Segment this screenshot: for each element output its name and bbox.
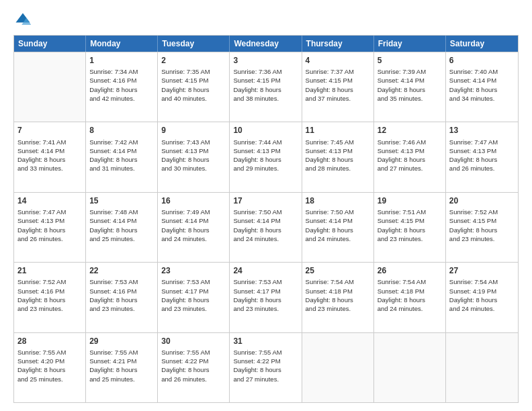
day-info: Sunrise: 7:54 AM Sunset: 4:19 PM Dayligh… (449, 277, 515, 313)
table-row: 4Sunrise: 7:37 AM Sunset: 4:15 PM Daylig… (302, 52, 374, 122)
day-number: 2 (161, 55, 226, 66)
day-number: 19 (378, 195, 442, 206)
header-day-wednesday: Wednesday (230, 36, 302, 52)
table-row: 2Sunrise: 7:35 AM Sunset: 4:15 PM Daylig… (158, 52, 230, 122)
table-row: 11Sunrise: 7:45 AM Sunset: 4:13 PM Dayli… (302, 122, 374, 191)
calendar-week-2: 7Sunrise: 7:41 AM Sunset: 4:14 PM Daylig… (14, 122, 518, 191)
day-number: 24 (233, 265, 298, 276)
table-row: 27Sunrise: 7:54 AM Sunset: 4:19 PM Dayli… (446, 263, 518, 332)
table-row: 30Sunrise: 7:55 AM Sunset: 4:22 PM Dayli… (158, 333, 230, 402)
table-row: 14Sunrise: 7:47 AM Sunset: 4:13 PM Dayli… (14, 193, 86, 262)
calendar-header: SundayMondayTuesdayWednesdayThursdayFrid… (14, 36, 518, 52)
day-number: 23 (161, 265, 226, 276)
table-row: 5Sunrise: 7:39 AM Sunset: 4:14 PM Daylig… (374, 52, 446, 122)
day-number: 27 (449, 265, 515, 276)
day-info: Sunrise: 7:51 AM Sunset: 4:15 PM Dayligh… (378, 208, 442, 243)
table-row: 29Sunrise: 7:55 AM Sunset: 4:21 PM Dayli… (86, 333, 158, 402)
table-row: 13Sunrise: 7:47 AM Sunset: 4:13 PM Dayli… (446, 122, 518, 191)
table-row: 12Sunrise: 7:46 AM Sunset: 4:13 PM Dayli… (374, 122, 446, 191)
table-row: 20Sunrise: 7:52 AM Sunset: 4:15 PM Dayli… (446, 193, 518, 262)
day-info: Sunrise: 7:39 AM Sunset: 4:14 PM Dayligh… (378, 67, 442, 103)
header-day-tuesday: Tuesday (158, 36, 230, 52)
header-day-friday: Friday (374, 36, 446, 52)
day-number: 31 (233, 336, 298, 347)
day-info: Sunrise: 7:55 AM Sunset: 4:22 PM Dayligh… (161, 348, 226, 383)
day-info: Sunrise: 7:34 AM Sunset: 4:16 PM Dayligh… (89, 67, 154, 103)
logo-icon (13, 11, 32, 30)
day-number: 30 (161, 336, 226, 347)
day-number: 26 (378, 265, 442, 276)
day-info: Sunrise: 7:42 AM Sunset: 4:14 PM Dayligh… (89, 138, 154, 173)
day-number: 13 (449, 125, 515, 136)
day-info: Sunrise: 7:50 AM Sunset: 4:14 PM Dayligh… (233, 208, 298, 243)
calendar-week-5: 28Sunrise: 7:55 AM Sunset: 4:20 PM Dayli… (14, 332, 518, 402)
day-info: Sunrise: 7:54 AM Sunset: 4:18 PM Dayligh… (378, 277, 442, 313)
day-number: 15 (89, 195, 154, 206)
day-info: Sunrise: 7:44 AM Sunset: 4:13 PM Dayligh… (233, 138, 298, 173)
table-row: 26Sunrise: 7:54 AM Sunset: 4:18 PM Dayli… (374, 263, 446, 332)
logo (13, 11, 35, 30)
day-number: 8 (89, 125, 154, 136)
day-info: Sunrise: 7:40 AM Sunset: 4:14 PM Dayligh… (449, 67, 515, 103)
day-number: 10 (233, 125, 298, 136)
calendar-week-1: 1Sunrise: 7:34 AM Sunset: 4:16 PM Daylig… (14, 52, 518, 122)
day-info: Sunrise: 7:53 AM Sunset: 4:17 PM Dayligh… (161, 277, 226, 313)
header-day-thursday: Thursday (302, 36, 374, 52)
day-info: Sunrise: 7:49 AM Sunset: 4:14 PM Dayligh… (161, 208, 226, 243)
day-number: 28 (17, 336, 82, 347)
table-row: 28Sunrise: 7:55 AM Sunset: 4:20 PM Dayli… (14, 333, 86, 402)
day-info: Sunrise: 7:52 AM Sunset: 4:15 PM Dayligh… (449, 208, 515, 243)
table-row: 7Sunrise: 7:41 AM Sunset: 4:14 PM Daylig… (14, 122, 86, 191)
calendar-week-3: 14Sunrise: 7:47 AM Sunset: 4:13 PM Dayli… (14, 192, 518, 262)
table-row (374, 333, 446, 402)
header-day-saturday: Saturday (446, 36, 518, 52)
page: SundayMondayTuesdayWednesdayThursdayFrid… (0, 0, 532, 411)
header-day-monday: Monday (86, 36, 158, 52)
day-info: Sunrise: 7:47 AM Sunset: 4:13 PM Dayligh… (17, 208, 82, 243)
table-row: 15Sunrise: 7:48 AM Sunset: 4:14 PM Dayli… (86, 193, 158, 262)
day-number: 7 (17, 125, 82, 136)
day-info: Sunrise: 7:55 AM Sunset: 4:22 PM Dayligh… (233, 348, 298, 383)
day-info: Sunrise: 7:36 AM Sunset: 4:15 PM Dayligh… (233, 67, 298, 103)
day-number: 6 (449, 55, 515, 66)
day-number: 12 (378, 125, 442, 136)
calendar: SundayMondayTuesdayWednesdayThursdayFrid… (13, 35, 519, 403)
day-number: 18 (306, 195, 370, 206)
table-row (446, 333, 518, 402)
header (13, 11, 519, 30)
table-row: 18Sunrise: 7:50 AM Sunset: 4:14 PM Dayli… (302, 193, 374, 262)
table-row: 19Sunrise: 7:51 AM Sunset: 4:15 PM Dayli… (374, 193, 446, 262)
table-row: 16Sunrise: 7:49 AM Sunset: 4:14 PM Dayli… (158, 193, 230, 262)
day-info: Sunrise: 7:47 AM Sunset: 4:13 PM Dayligh… (449, 138, 515, 173)
table-row (14, 52, 86, 122)
header-day-sunday: Sunday (14, 36, 86, 52)
day-number: 4 (306, 55, 370, 66)
day-number: 20 (449, 195, 515, 206)
table-row (302, 333, 374, 402)
table-row: 24Sunrise: 7:53 AM Sunset: 4:17 PM Dayli… (230, 263, 302, 332)
day-info: Sunrise: 7:41 AM Sunset: 4:14 PM Dayligh… (17, 138, 82, 173)
day-info: Sunrise: 7:45 AM Sunset: 4:13 PM Dayligh… (306, 138, 370, 173)
day-number: 11 (306, 125, 370, 136)
day-info: Sunrise: 7:50 AM Sunset: 4:14 PM Dayligh… (306, 208, 370, 243)
day-number: 25 (306, 265, 370, 276)
day-info: Sunrise: 7:52 AM Sunset: 4:16 PM Dayligh… (17, 277, 82, 313)
table-row: 1Sunrise: 7:34 AM Sunset: 4:16 PM Daylig… (86, 52, 158, 122)
day-number: 29 (89, 336, 154, 347)
day-number: 14 (17, 195, 82, 206)
table-row: 23Sunrise: 7:53 AM Sunset: 4:17 PM Dayli… (158, 263, 230, 332)
day-number: 21 (17, 265, 82, 276)
table-row: 6Sunrise: 7:40 AM Sunset: 4:14 PM Daylig… (446, 52, 518, 122)
day-info: Sunrise: 7:53 AM Sunset: 4:16 PM Dayligh… (89, 277, 154, 313)
day-info: Sunrise: 7:55 AM Sunset: 4:21 PM Dayligh… (89, 348, 154, 383)
table-row: 10Sunrise: 7:44 AM Sunset: 4:13 PM Dayli… (230, 122, 302, 191)
day-info: Sunrise: 7:35 AM Sunset: 4:15 PM Dayligh… (161, 67, 226, 103)
day-info: Sunrise: 7:55 AM Sunset: 4:20 PM Dayligh… (17, 348, 82, 383)
table-row: 9Sunrise: 7:43 AM Sunset: 4:13 PM Daylig… (158, 122, 230, 191)
day-number: 16 (161, 195, 226, 206)
day-info: Sunrise: 7:53 AM Sunset: 4:17 PM Dayligh… (233, 277, 298, 313)
day-number: 5 (378, 55, 442, 66)
calendar-week-4: 21Sunrise: 7:52 AM Sunset: 4:16 PM Dayli… (14, 262, 518, 332)
day-number: 3 (233, 55, 298, 66)
table-row: 21Sunrise: 7:52 AM Sunset: 4:16 PM Dayli… (14, 263, 86, 332)
